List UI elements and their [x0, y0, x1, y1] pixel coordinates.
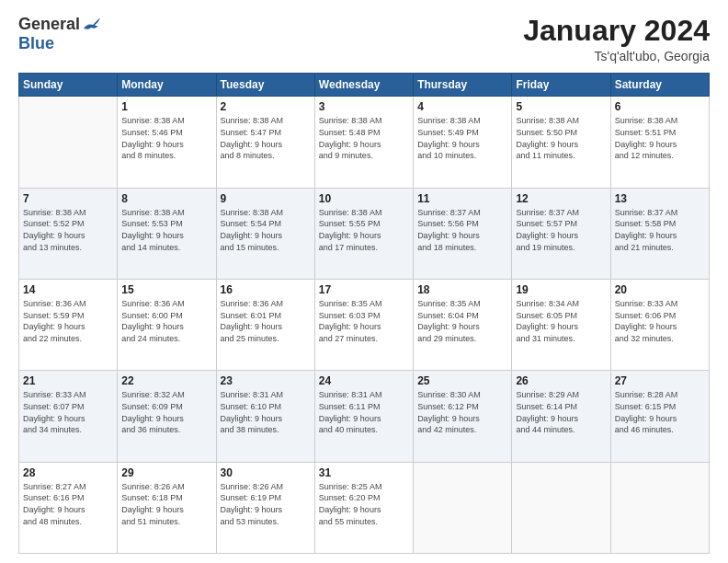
- day-number: 1: [121, 99, 211, 114]
- day-info: Sunrise: 8:27 AMSunset: 6:16 PMDaylight:…: [23, 481, 113, 527]
- day-info: Sunrise: 8:33 AMSunset: 6:07 PMDaylight:…: [23, 389, 113, 435]
- calendar-cell: 20Sunrise: 8:33 AMSunset: 6:06 PMDayligh…: [610, 279, 709, 370]
- day-info: Sunrise: 8:37 AMSunset: 5:58 PMDaylight:…: [615, 207, 705, 253]
- day-number: 2: [221, 99, 311, 114]
- logo: General Blue: [18, 15, 102, 53]
- calendar-cell: [610, 462, 709, 553]
- day-number: 29: [121, 465, 211, 480]
- day-number: 14: [23, 282, 113, 297]
- day-info: Sunrise: 8:26 AMSunset: 6:18 PMDaylight:…: [121, 481, 211, 527]
- calendar-cell: 31Sunrise: 8:25 AMSunset: 6:20 PMDayligh…: [314, 462, 413, 553]
- calendar-cell: 5Sunrise: 8:38 AMSunset: 5:50 PMDaylight…: [512, 97, 610, 188]
- logo-blue-text: Blue: [18, 34, 54, 53]
- calendar-cell: 10Sunrise: 8:38 AMSunset: 5:55 PMDayligh…: [314, 188, 413, 279]
- calendar-cell: 22Sunrise: 8:32 AMSunset: 6:09 PMDayligh…: [118, 371, 216, 462]
- calendar-cell: [19, 97, 118, 188]
- day-number: 5: [516, 99, 606, 114]
- calendar-cell: [512, 462, 610, 553]
- calendar-cell: 27Sunrise: 8:28 AMSunset: 6:15 PMDayligh…: [610, 371, 709, 462]
- day-info: Sunrise: 8:31 AMSunset: 6:10 PMDaylight:…: [221, 389, 311, 435]
- day-number: 26: [516, 373, 606, 388]
- month-title: January 2024: [523, 15, 710, 47]
- day-number: 4: [417, 99, 507, 114]
- logo-general-text: General: [18, 15, 80, 34]
- day-number: 21: [23, 373, 113, 388]
- calendar-cell: 24Sunrise: 8:31 AMSunset: 6:11 PMDayligh…: [314, 371, 413, 462]
- page: General Blue January 2024 Ts'q'alt'ubo, …: [0, 0, 728, 563]
- day-info: Sunrise: 8:35 AMSunset: 6:04 PMDaylight:…: [417, 298, 507, 344]
- calendar-cell: 13Sunrise: 8:37 AMSunset: 5:58 PMDayligh…: [610, 188, 709, 279]
- logo-bird-icon: [82, 16, 102, 34]
- calendar-cell: 15Sunrise: 8:36 AMSunset: 6:00 PMDayligh…: [118, 279, 216, 370]
- day-number: 23: [221, 373, 311, 388]
- day-info: Sunrise: 8:26 AMSunset: 6:19 PMDaylight:…: [221, 481, 311, 527]
- calendar-table: SundayMondayTuesdayWednesdayThursdayFrid…: [18, 73, 710, 554]
- day-info: Sunrise: 8:38 AMSunset: 5:49 PMDaylight:…: [417, 115, 507, 161]
- header: General Blue January 2024 Ts'q'alt'ubo, …: [18, 15, 710, 63]
- day-number: 9: [221, 191, 311, 206]
- weekday-header-friday: Friday: [512, 74, 610, 97]
- title-section: January 2024 Ts'q'alt'ubo, Georgia: [523, 15, 710, 63]
- day-info: Sunrise: 8:36 AMSunset: 6:01 PMDaylight:…: [221, 298, 311, 344]
- day-number: 25: [417, 373, 507, 388]
- day-info: Sunrise: 8:38 AMSunset: 5:46 PMDaylight:…: [121, 115, 211, 161]
- day-info: Sunrise: 8:38 AMSunset: 5:48 PMDaylight:…: [319, 115, 409, 161]
- day-info: Sunrise: 8:33 AMSunset: 6:06 PMDaylight:…: [615, 298, 705, 344]
- calendar-cell: 26Sunrise: 8:29 AMSunset: 6:14 PMDayligh…: [512, 371, 610, 462]
- day-info: Sunrise: 8:37 AMSunset: 5:56 PMDaylight:…: [417, 207, 507, 253]
- day-number: 3: [319, 99, 409, 114]
- calendar-cell: 16Sunrise: 8:36 AMSunset: 6:01 PMDayligh…: [216, 279, 314, 370]
- calendar-cell: 28Sunrise: 8:27 AMSunset: 6:16 PMDayligh…: [19, 462, 118, 553]
- week-row-1: 1Sunrise: 8:38 AMSunset: 5:46 PMDaylight…: [19, 97, 710, 188]
- calendar-cell: 12Sunrise: 8:37 AMSunset: 5:57 PMDayligh…: [512, 188, 610, 279]
- calendar-cell: 9Sunrise: 8:38 AMSunset: 5:54 PMDaylight…: [216, 188, 314, 279]
- day-info: Sunrise: 8:36 AMSunset: 6:00 PMDaylight:…: [121, 298, 211, 344]
- day-number: 24: [319, 373, 409, 388]
- day-info: Sunrise: 8:32 AMSunset: 6:09 PMDaylight:…: [121, 389, 211, 435]
- weekday-header-row: SundayMondayTuesdayWednesdayThursdayFrid…: [19, 74, 710, 97]
- day-number: 10: [319, 191, 409, 206]
- day-number: 16: [221, 282, 311, 297]
- week-row-3: 14Sunrise: 8:36 AMSunset: 5:59 PMDayligh…: [19, 279, 710, 370]
- day-info: Sunrise: 8:29 AMSunset: 6:14 PMDaylight:…: [516, 389, 606, 435]
- day-info: Sunrise: 8:38 AMSunset: 5:54 PMDaylight:…: [221, 207, 311, 253]
- calendar-cell: 25Sunrise: 8:30 AMSunset: 6:12 PMDayligh…: [414, 371, 512, 462]
- weekday-header-tuesday: Tuesday: [216, 74, 314, 97]
- day-number: 17: [319, 282, 409, 297]
- day-info: Sunrise: 8:31 AMSunset: 6:11 PMDaylight:…: [319, 389, 409, 435]
- calendar-cell: 6Sunrise: 8:38 AMSunset: 5:51 PMDaylight…: [610, 97, 709, 188]
- week-row-5: 28Sunrise: 8:27 AMSunset: 6:16 PMDayligh…: [19, 462, 710, 553]
- calendar-cell: 23Sunrise: 8:31 AMSunset: 6:10 PMDayligh…: [216, 371, 314, 462]
- location: Ts'q'alt'ubo, Georgia: [523, 49, 710, 63]
- calendar-cell: [414, 462, 512, 553]
- calendar-cell: 30Sunrise: 8:26 AMSunset: 6:19 PMDayligh…: [216, 462, 314, 553]
- day-info: Sunrise: 8:38 AMSunset: 5:51 PMDaylight:…: [615, 115, 705, 161]
- day-number: 28: [23, 465, 113, 480]
- day-info: Sunrise: 8:38 AMSunset: 5:55 PMDaylight:…: [319, 207, 409, 253]
- day-info: Sunrise: 8:37 AMSunset: 5:57 PMDaylight:…: [516, 207, 606, 253]
- day-info: Sunrise: 8:25 AMSunset: 6:20 PMDaylight:…: [319, 481, 409, 527]
- day-number: 15: [121, 282, 211, 297]
- weekday-header-thursday: Thursday: [414, 74, 512, 97]
- day-info: Sunrise: 8:38 AMSunset: 5:47 PMDaylight:…: [221, 115, 311, 161]
- day-info: Sunrise: 8:30 AMSunset: 6:12 PMDaylight:…: [417, 389, 507, 435]
- calendar-cell: 4Sunrise: 8:38 AMSunset: 5:49 PMDaylight…: [414, 97, 512, 188]
- calendar-cell: 8Sunrise: 8:38 AMSunset: 5:53 PMDaylight…: [118, 188, 216, 279]
- day-number: 6: [615, 99, 705, 114]
- calendar-cell: 17Sunrise: 8:35 AMSunset: 6:03 PMDayligh…: [314, 279, 413, 370]
- day-number: 18: [417, 282, 507, 297]
- day-number: 30: [221, 465, 311, 480]
- weekday-header-sunday: Sunday: [19, 74, 118, 97]
- calendar-cell: 2Sunrise: 8:38 AMSunset: 5:47 PMDaylight…: [216, 97, 314, 188]
- day-number: 7: [23, 191, 113, 206]
- calendar-cell: 21Sunrise: 8:33 AMSunset: 6:07 PMDayligh…: [19, 371, 118, 462]
- day-info: Sunrise: 8:28 AMSunset: 6:15 PMDaylight:…: [615, 389, 705, 435]
- calendar-cell: 18Sunrise: 8:35 AMSunset: 6:04 PMDayligh…: [414, 279, 512, 370]
- day-info: Sunrise: 8:38 AMSunset: 5:52 PMDaylight:…: [23, 207, 113, 253]
- weekday-header-saturday: Saturday: [610, 74, 709, 97]
- calendar-cell: 19Sunrise: 8:34 AMSunset: 6:05 PMDayligh…: [512, 279, 610, 370]
- day-number: 22: [121, 373, 211, 388]
- calendar-cell: 29Sunrise: 8:26 AMSunset: 6:18 PMDayligh…: [118, 462, 216, 553]
- weekday-header-wednesday: Wednesday: [314, 74, 413, 97]
- day-info: Sunrise: 8:38 AMSunset: 5:53 PMDaylight:…: [121, 207, 211, 253]
